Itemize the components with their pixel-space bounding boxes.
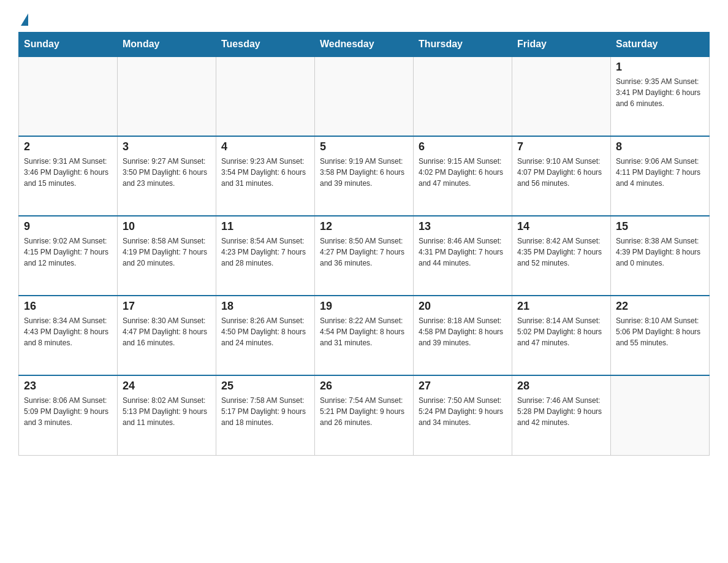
calendar-cell [414, 56, 512, 136]
day-info: Sunrise: 8:18 AM Sunset: 4:58 PM Dayligh… [419, 315, 507, 348]
day-number: 21 [517, 300, 605, 313]
weekday-header-sunday: Sunday [19, 33, 118, 57]
day-info: Sunrise: 8:34 AM Sunset: 4:43 PM Dayligh… [24, 315, 112, 348]
calendar-cell: 9Sunrise: 9:02 AM Sunset: 4:15 PM Daylig… [19, 216, 118, 296]
day-number: 19 [320, 300, 408, 313]
weekday-header-saturday: Saturday [611, 33, 710, 57]
day-number: 27 [419, 380, 507, 393]
day-number: 16 [24, 300, 112, 313]
day-number: 15 [616, 220, 704, 233]
day-number: 22 [616, 300, 704, 313]
calendar-cell [19, 56, 118, 136]
day-number: 7 [517, 140, 605, 153]
calendar-cell: 27Sunrise: 7:50 AM Sunset: 5:24 PM Dayli… [414, 375, 512, 455]
calendar-cell: 7Sunrise: 9:10 AM Sunset: 4:07 PM Daylig… [512, 136, 611, 216]
calendar-cell: 3Sunrise: 9:27 AM Sunset: 3:50 PM Daylig… [118, 136, 216, 216]
weekday-header-tuesday: Tuesday [216, 33, 315, 57]
calendar-cell [315, 56, 414, 136]
calendar-cell: 18Sunrise: 8:26 AM Sunset: 4:50 PM Dayli… [216, 296, 315, 375]
day-number: 14 [517, 220, 605, 233]
day-info: Sunrise: 9:35 AM Sunset: 3:41 PM Dayligh… [616, 76, 704, 109]
day-info: Sunrise: 9:23 AM Sunset: 3:54 PM Dayligh… [221, 156, 309, 189]
day-info: Sunrise: 8:54 AM Sunset: 4:23 PM Dayligh… [221, 236, 309, 269]
calendar-cell: 8Sunrise: 9:06 AM Sunset: 4:11 PM Daylig… [611, 136, 710, 216]
calendar-cell: 5Sunrise: 9:19 AM Sunset: 3:58 PM Daylig… [315, 136, 414, 216]
day-number: 18 [221, 300, 309, 313]
day-number: 13 [419, 220, 507, 233]
day-info: Sunrise: 7:50 AM Sunset: 5:24 PM Dayligh… [419, 395, 507, 428]
day-number: 8 [616, 140, 704, 153]
calendar-cell: 28Sunrise: 7:46 AM Sunset: 5:28 PM Dayli… [512, 375, 611, 455]
calendar-cell: 19Sunrise: 8:22 AM Sunset: 4:54 PM Dayli… [315, 296, 414, 375]
calendar-cell: 23Sunrise: 8:06 AM Sunset: 5:09 PM Dayli… [19, 375, 118, 455]
weekday-header-wednesday: Wednesday [315, 33, 414, 57]
day-info: Sunrise: 7:54 AM Sunset: 5:21 PM Dayligh… [320, 395, 408, 428]
calendar-cell: 10Sunrise: 8:58 AM Sunset: 4:19 PM Dayli… [118, 216, 216, 296]
day-info: Sunrise: 8:02 AM Sunset: 5:13 PM Dayligh… [123, 395, 211, 428]
calendar-cell: 21Sunrise: 8:14 AM Sunset: 5:02 PM Dayli… [512, 296, 611, 375]
week-row-3: 16Sunrise: 8:34 AM Sunset: 4:43 PM Dayli… [19, 296, 710, 375]
calendar-cell: 14Sunrise: 8:42 AM Sunset: 4:35 PM Dayli… [512, 216, 611, 296]
calendar-cell: 26Sunrise: 7:54 AM Sunset: 5:21 PM Dayli… [315, 375, 414, 455]
calendar-cell: 24Sunrise: 8:02 AM Sunset: 5:13 PM Dayli… [118, 375, 216, 455]
day-info: Sunrise: 7:58 AM Sunset: 5:17 PM Dayligh… [221, 395, 309, 428]
calendar-cell: 25Sunrise: 7:58 AM Sunset: 5:17 PM Dayli… [216, 375, 315, 455]
logo-triangle-icon [21, 13, 28, 26]
day-number: 11 [221, 220, 309, 233]
day-number: 20 [419, 300, 507, 313]
calendar-cell [512, 56, 611, 136]
calendar-cell: 15Sunrise: 8:38 AM Sunset: 4:39 PM Dayli… [611, 216, 710, 296]
calendar-cell [611, 375, 710, 455]
day-info: Sunrise: 8:14 AM Sunset: 5:02 PM Dayligh… [517, 315, 605, 348]
day-info: Sunrise: 8:58 AM Sunset: 4:19 PM Dayligh… [123, 236, 211, 269]
day-number: 4 [221, 140, 309, 153]
day-number: 3 [123, 140, 211, 153]
page-header [18, 12, 710, 26]
day-number: 1 [616, 61, 704, 74]
calendar-cell: 16Sunrise: 8:34 AM Sunset: 4:43 PM Dayli… [19, 296, 118, 375]
day-info: Sunrise: 8:10 AM Sunset: 5:06 PM Dayligh… [616, 315, 704, 348]
day-info: Sunrise: 9:15 AM Sunset: 4:02 PM Dayligh… [419, 156, 507, 189]
calendar-cell: 2Sunrise: 9:31 AM Sunset: 3:46 PM Daylig… [19, 136, 118, 216]
day-number: 6 [419, 140, 507, 153]
calendar-cell [216, 56, 315, 136]
day-info: Sunrise: 9:31 AM Sunset: 3:46 PM Dayligh… [24, 156, 112, 189]
day-info: Sunrise: 8:38 AM Sunset: 4:39 PM Dayligh… [616, 236, 704, 269]
day-number: 2 [24, 140, 112, 153]
calendar-cell: 17Sunrise: 8:30 AM Sunset: 4:47 PM Dayli… [118, 296, 216, 375]
calendar-cell: 12Sunrise: 8:50 AM Sunset: 4:27 PM Dayli… [315, 216, 414, 296]
day-info: Sunrise: 8:42 AM Sunset: 4:35 PM Dayligh… [517, 236, 605, 269]
day-number: 5 [320, 140, 408, 153]
calendar-cell: 1Sunrise: 9:35 AM Sunset: 3:41 PM Daylig… [611, 56, 710, 136]
day-number: 17 [123, 300, 211, 313]
week-row-1: 2Sunrise: 9:31 AM Sunset: 3:46 PM Daylig… [19, 136, 710, 216]
calendar-cell: 6Sunrise: 9:15 AM Sunset: 4:02 PM Daylig… [414, 136, 512, 216]
calendar-cell [118, 56, 216, 136]
day-number: 26 [320, 380, 408, 393]
calendar-cell: 4Sunrise: 9:23 AM Sunset: 3:54 PM Daylig… [216, 136, 315, 216]
weekday-header-row: SundayMondayTuesdayWednesdayThursdayFrid… [19, 33, 710, 57]
day-info: Sunrise: 9:27 AM Sunset: 3:50 PM Dayligh… [123, 156, 211, 189]
calendar-cell: 11Sunrise: 8:54 AM Sunset: 4:23 PM Dayli… [216, 216, 315, 296]
day-number: 23 [24, 380, 112, 393]
weekday-header-friday: Friday [512, 33, 611, 57]
day-number: 12 [320, 220, 408, 233]
week-row-0: 1Sunrise: 9:35 AM Sunset: 3:41 PM Daylig… [19, 56, 710, 136]
day-info: Sunrise: 9:06 AM Sunset: 4:11 PM Dayligh… [616, 156, 704, 189]
day-info: Sunrise: 8:26 AM Sunset: 4:50 PM Dayligh… [221, 315, 309, 348]
day-number: 10 [123, 220, 211, 233]
day-number: 25 [221, 380, 309, 393]
day-info: Sunrise: 9:02 AM Sunset: 4:15 PM Dayligh… [24, 236, 112, 269]
logo [18, 12, 28, 26]
day-info: Sunrise: 8:22 AM Sunset: 4:54 PM Dayligh… [320, 315, 408, 348]
week-row-4: 23Sunrise: 8:06 AM Sunset: 5:09 PM Dayli… [19, 375, 710, 455]
day-info: Sunrise: 7:46 AM Sunset: 5:28 PM Dayligh… [517, 395, 605, 428]
day-number: 24 [123, 380, 211, 393]
day-info: Sunrise: 8:46 AM Sunset: 4:31 PM Dayligh… [419, 236, 507, 269]
day-info: Sunrise: 9:10 AM Sunset: 4:07 PM Dayligh… [517, 156, 605, 189]
day-number: 9 [24, 220, 112, 233]
day-info: Sunrise: 8:50 AM Sunset: 4:27 PM Dayligh… [320, 236, 408, 269]
calendar-table: SundayMondayTuesdayWednesdayThursdayFrid… [18, 32, 710, 456]
calendar-cell: 13Sunrise: 8:46 AM Sunset: 4:31 PM Dayli… [414, 216, 512, 296]
weekday-header-thursday: Thursday [414, 33, 512, 57]
